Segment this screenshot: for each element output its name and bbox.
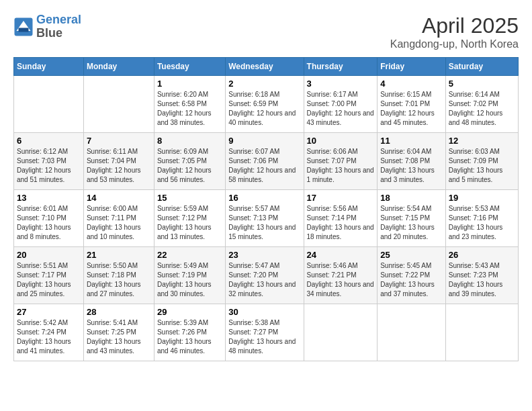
calendar-header: SundayMondayTuesdayWednesdayThursdayFrid…: [14, 58, 519, 76]
day-number: 28: [87, 307, 151, 317]
calendar-cell: 7Sunrise: 6:11 AMSunset: 7:04 PMDaylight…: [83, 133, 154, 190]
day-number: 20: [17, 250, 81, 260]
day-detail: Sunrise: 5:41 AMSunset: 7:25 PMDaylight:…: [87, 318, 151, 356]
day-detail: Sunrise: 5:47 AMSunset: 7:20 PMDaylight:…: [228, 261, 300, 299]
day-detail: Sunrise: 5:59 AMSunset: 7:12 PMDaylight:…: [157, 204, 222, 242]
calendar-cell: 23Sunrise: 5:47 AMSunset: 7:20 PMDayligh…: [226, 247, 304, 304]
calendar-cell: 28Sunrise: 5:41 AMSunset: 7:25 PMDayligh…: [83, 304, 154, 361]
day-number: 29: [157, 307, 222, 317]
day-number: 25: [380, 250, 443, 260]
day-number: 15: [157, 193, 222, 203]
calendar-cell: [304, 304, 378, 361]
calendar-cell: [445, 304, 518, 361]
calendar-cell: [83, 76, 154, 133]
calendar-week-row: 1Sunrise: 6:20 AMSunset: 6:58 PMDaylight…: [14, 76, 519, 133]
calendar-cell: 17Sunrise: 5:56 AMSunset: 7:14 PMDayligh…: [304, 190, 378, 247]
calendar-week-row: 13Sunrise: 6:01 AMSunset: 7:10 PMDayligh…: [14, 190, 519, 247]
calendar-cell: 6Sunrise: 6:12 AMSunset: 7:03 PMDaylight…: [14, 133, 84, 190]
day-number: 2: [228, 79, 300, 89]
weekday-row: SundayMondayTuesdayWednesdayThursdayFrid…: [14, 58, 519, 76]
day-number: 10: [307, 136, 375, 146]
day-number: 4: [380, 79, 443, 89]
day-detail: Sunrise: 5:39 AMSunset: 7:26 PMDaylight:…: [157, 318, 222, 356]
day-detail: Sunrise: 5:53 AMSunset: 7:16 PMDaylight:…: [449, 204, 515, 242]
day-number: 21: [87, 250, 151, 260]
day-detail: Sunrise: 6:03 AMSunset: 7:09 PMDaylight:…: [449, 147, 515, 185]
day-number: 16: [228, 193, 300, 203]
day-detail: Sunrise: 6:20 AMSunset: 6:58 PMDaylight:…: [157, 90, 222, 128]
weekday-header: Thursday: [304, 58, 378, 76]
calendar-cell: 22Sunrise: 5:49 AMSunset: 7:19 PMDayligh…: [154, 247, 225, 304]
weekday-header: Saturday: [445, 58, 518, 76]
calendar-cell: 25Sunrise: 5:45 AMSunset: 7:22 PMDayligh…: [378, 247, 446, 304]
day-number: 22: [157, 250, 222, 260]
day-number: 6: [17, 136, 81, 146]
calendar-week-row: 20Sunrise: 5:51 AMSunset: 7:17 PMDayligh…: [14, 247, 519, 304]
logo: GeneralBlue: [13, 13, 81, 40]
calendar-cell: 9Sunrise: 6:07 AMSunset: 7:06 PMDaylight…: [226, 133, 304, 190]
calendar-cell: 11Sunrise: 6:04 AMSunset: 7:08 PMDayligh…: [378, 133, 446, 190]
calendar-cell: 30Sunrise: 5:38 AMSunset: 7:27 PMDayligh…: [226, 304, 304, 361]
calendar-cell: 8Sunrise: 6:09 AMSunset: 7:05 PMDaylight…: [154, 133, 225, 190]
day-detail: Sunrise: 6:09 AMSunset: 7:05 PMDaylight:…: [157, 147, 222, 185]
weekday-header: Monday: [83, 58, 154, 76]
day-number: 24: [307, 250, 375, 260]
calendar-cell: 15Sunrise: 5:59 AMSunset: 7:12 PMDayligh…: [154, 190, 225, 247]
day-number: 9: [228, 136, 300, 146]
day-number: 17: [307, 193, 375, 203]
day-number: 26: [449, 250, 515, 260]
day-number: 12: [449, 136, 515, 146]
day-detail: Sunrise: 6:07 AMSunset: 7:06 PMDaylight:…: [228, 147, 300, 185]
day-number: 27: [17, 307, 81, 317]
weekday-header: Friday: [378, 58, 446, 76]
day-number: 13: [17, 193, 81, 203]
day-detail: Sunrise: 5:38 AMSunset: 7:27 PMDaylight:…: [228, 318, 300, 356]
day-detail: Sunrise: 5:43 AMSunset: 7:23 PMDaylight:…: [449, 261, 515, 299]
calendar-cell: 2Sunrise: 6:18 AMSunset: 6:59 PMDaylight…: [226, 76, 304, 133]
day-number: 11: [380, 136, 443, 146]
day-number: 30: [228, 307, 300, 317]
svg-rect-2: [19, 28, 29, 32]
calendar-cell: 21Sunrise: 5:50 AMSunset: 7:18 PMDayligh…: [83, 247, 154, 304]
calendar-week-row: 27Sunrise: 5:42 AMSunset: 7:24 PMDayligh…: [14, 304, 519, 361]
day-detail: Sunrise: 6:18 AMSunset: 6:59 PMDaylight:…: [228, 90, 300, 128]
calendar-week-row: 6Sunrise: 6:12 AMSunset: 7:03 PMDaylight…: [14, 133, 519, 190]
day-detail: Sunrise: 5:45 AMSunset: 7:22 PMDaylight:…: [380, 261, 443, 299]
day-detail: Sunrise: 6:15 AMSunset: 7:01 PMDaylight:…: [380, 90, 443, 128]
calendar-cell: 20Sunrise: 5:51 AMSunset: 7:17 PMDayligh…: [14, 247, 84, 304]
day-detail: Sunrise: 5:50 AMSunset: 7:18 PMDaylight:…: [87, 261, 151, 299]
calendar-cell: 13Sunrise: 6:01 AMSunset: 7:10 PMDayligh…: [14, 190, 84, 247]
calendar-cell: 16Sunrise: 5:57 AMSunset: 7:13 PMDayligh…: [226, 190, 304, 247]
calendar-title: April 2025: [390, 13, 519, 38]
day-detail: Sunrise: 6:06 AMSunset: 7:07 PMDaylight:…: [307, 147, 375, 185]
logo-text: GeneralBlue: [36, 13, 81, 40]
calendar-cell: 12Sunrise: 6:03 AMSunset: 7:09 PMDayligh…: [445, 133, 518, 190]
calendar-cell: 14Sunrise: 6:00 AMSunset: 7:11 PMDayligh…: [83, 190, 154, 247]
calendar-subtitle: Kangdong-up, North Korea: [390, 38, 519, 50]
day-detail: Sunrise: 6:12 AMSunset: 7:03 PMDaylight:…: [17, 147, 81, 185]
day-number: 1: [157, 79, 222, 89]
calendar-cell: 1Sunrise: 6:20 AMSunset: 6:58 PMDaylight…: [154, 76, 225, 133]
day-detail: Sunrise: 5:49 AMSunset: 7:19 PMDaylight:…: [157, 261, 222, 299]
page-header: GeneralBlue April 2025 Kangdong-up, Nort…: [13, 13, 519, 50]
day-detail: Sunrise: 5:54 AMSunset: 7:15 PMDaylight:…: [380, 204, 443, 242]
calendar-cell: 26Sunrise: 5:43 AMSunset: 7:23 PMDayligh…: [445, 247, 518, 304]
calendar-cell: 19Sunrise: 5:53 AMSunset: 7:16 PMDayligh…: [445, 190, 518, 247]
day-number: 3: [307, 79, 375, 89]
day-number: 19: [449, 193, 515, 203]
calendar-table: SundayMondayTuesdayWednesdayThursdayFrid…: [13, 57, 519, 361]
logo-icon: [13, 17, 34, 37]
calendar-cell: [378, 304, 446, 361]
day-detail: Sunrise: 5:57 AMSunset: 7:13 PMDaylight:…: [228, 204, 300, 242]
calendar-body: 1Sunrise: 6:20 AMSunset: 6:58 PMDaylight…: [14, 76, 519, 361]
day-number: 5: [449, 79, 515, 89]
weekday-header: Wednesday: [226, 58, 304, 76]
day-detail: Sunrise: 5:46 AMSunset: 7:21 PMDaylight:…: [307, 261, 375, 299]
calendar-cell: 29Sunrise: 5:39 AMSunset: 7:26 PMDayligh…: [154, 304, 225, 361]
day-detail: Sunrise: 5:42 AMSunset: 7:24 PMDaylight:…: [17, 318, 81, 356]
calendar-cell: 5Sunrise: 6:14 AMSunset: 7:02 PMDaylight…: [445, 76, 518, 133]
title-block: April 2025 Kangdong-up, North Korea: [390, 13, 519, 50]
day-number: 23: [228, 250, 300, 260]
day-detail: Sunrise: 6:17 AMSunset: 7:00 PMDaylight:…: [307, 90, 375, 128]
calendar-cell: 4Sunrise: 6:15 AMSunset: 7:01 PMDaylight…: [378, 76, 446, 133]
